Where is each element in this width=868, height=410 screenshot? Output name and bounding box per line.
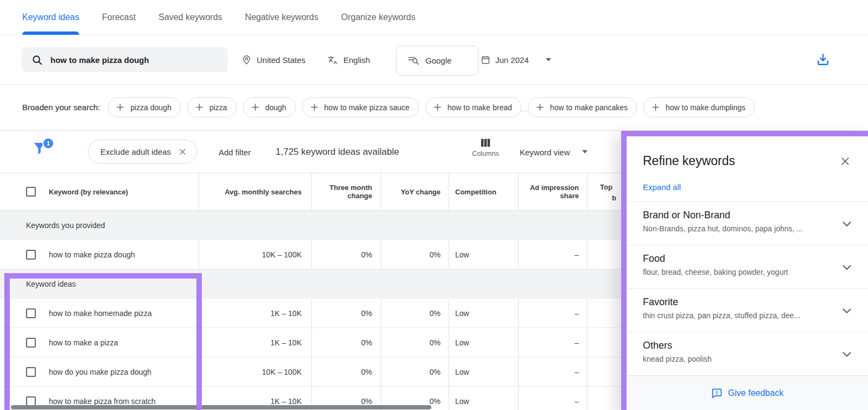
feedback-label: Give feedback [728, 388, 783, 398]
refine-category-food[interactable]: Food flour, bread, cheese, baking powder… [627, 245, 868, 289]
search-network-icon [408, 56, 419, 65]
three-month-change-cell: 0% [311, 240, 372, 269]
close-panel-icon[interactable] [840, 156, 851, 167]
row-checkbox[interactable] [26, 308, 36, 318]
tab-negative-keywords[interactable]: Negative keywords [245, 0, 318, 35]
translate-icon: A [327, 54, 339, 66]
row-checkbox[interactable] [26, 250, 36, 260]
search-settings-row: how to make pizza dough United States A [0, 35, 868, 85]
tab-label: Negative keywords [245, 12, 318, 22]
category-name: Brand or Non-Brand [643, 210, 830, 221]
broaden-chip-pizza-dough[interactable]: pizza dough [108, 97, 181, 117]
calendar-icon [481, 55, 490, 65]
refine-category-brand-or-non-brand[interactable]: Brand or Non-Brand Non-Brands, pizza hut… [627, 202, 868, 245]
competition-cell: Low [455, 240, 514, 269]
refine-category-others[interactable]: Others knead pizza, poolish [627, 332, 868, 376]
columns-button[interactable]: Columns [469, 137, 502, 157]
row-checkbox[interactable] [26, 367, 36, 377]
broaden-chip-dough[interactable]: dough [243, 97, 296, 117]
refine-category-list: Brand or Non-Brand Non-Brands, pizza hut… [627, 202, 868, 376]
row-checkbox[interactable] [26, 338, 36, 348]
yoy-change-cell: 0% [381, 299, 441, 327]
header-competition[interactable]: Competition [455, 173, 514, 210]
yoy-change-cell: 0% [381, 328, 441, 357]
plus-icon [251, 103, 260, 112]
chip-label: how to make bread [448, 103, 512, 112]
exclude-adult-ideas-chip[interactable]: Exclude adult ideas [88, 140, 197, 163]
filter-chip-label: Exclude adult ideas [100, 147, 171, 156]
chip-label: how to make dumplings [666, 103, 745, 112]
chip-label: pizza dough [130, 103, 171, 112]
plus-icon [116, 103, 125, 112]
columns-icon [480, 137, 492, 148]
competition-cell: Low [455, 387, 514, 410]
keyword-ideas-count: 1,725 keyword ideas available [276, 147, 399, 157]
ad-impression-share-cell: – [518, 387, 579, 410]
chevron-down-icon[interactable] [840, 347, 854, 361]
yoy-change-cell: 0% [381, 240, 441, 269]
date-range-selector[interactable]: Jun 2024 [481, 35, 551, 84]
columns-label: Columns [472, 150, 499, 157]
broaden-label: Broaden your search: [22, 103, 100, 112]
filter-count-badge: 1 [42, 137, 54, 149]
chevron-down-icon [546, 58, 551, 61]
broaden-chip-how-to-make-dumplings[interactable]: how to make dumplings [643, 97, 755, 117]
header-keyword[interactable]: Keyword (by relevance) [49, 173, 195, 210]
keyword-view-dropdown[interactable]: Keyword view [520, 147, 588, 156]
location-selector[interactable]: United States [241, 35, 305, 84]
refine-panel-title: Refine keywords [643, 154, 850, 168]
chevron-down-icon[interactable] [840, 260, 854, 274]
tab-forecast[interactable]: Forecast [102, 0, 136, 35]
give-feedback-button[interactable]: Give feedback [627, 376, 868, 410]
tab-keyword-ideas[interactable]: Keyword ideas [22, 0, 79, 35]
download-button[interactable] [815, 52, 831, 67]
search-icon [31, 54, 43, 66]
filter-button[interactable]: 1 [31, 139, 54, 164]
tab-organize-keywords[interactable]: Organize keywords [341, 0, 416, 35]
header-yoy-change[interactable]: YoY change [381, 173, 441, 210]
network-selector[interactable]: Google [396, 46, 478, 75]
avg-searches-cell: 10K – 100K [199, 357, 302, 386]
add-filter-button[interactable]: Add filter [219, 147, 251, 156]
ad-impression-share-cell: – [518, 328, 579, 357]
keyword-cell: how do you make pizza dough [49, 357, 195, 386]
location-pin-icon [241, 55, 252, 65]
category-name: Favorite [643, 297, 830, 308]
active-tab-underline [22, 31, 79, 35]
refine-panel-header: Refine keywords [627, 136, 868, 168]
search-query-text: how to make pizza dough [50, 55, 149, 65]
header-avg-monthly-searches[interactable]: Avg. monthly searches [199, 173, 302, 210]
competition-cell: Low [455, 299, 514, 327]
tab-saved-keywords[interactable]: Saved keywords [158, 0, 222, 35]
keyword-search-input[interactable]: how to make pizza dough [22, 47, 228, 72]
header-top-of-page-bid-clipped: b [612, 194, 616, 202]
broaden-chip-how-to-make-pizza-sauce[interactable]: how to make pizza sauce [302, 97, 419, 117]
language-selector[interactable]: A English [327, 35, 370, 84]
broaden-chip-how-to-make-pancakes[interactable]: how to make pancakes [528, 97, 637, 117]
horizontal-scrollbar[interactable] [11, 405, 431, 409]
broaden-chip-how-to-make-bread[interactable]: how to make bread [425, 97, 521, 117]
header-three-month-change[interactable]: Three month change [311, 173, 372, 210]
category-name: Food [643, 253, 830, 264]
language-label: English [343, 55, 370, 65]
broaden-chip-pizza[interactable]: pizza [187, 97, 237, 117]
chevron-down-icon [582, 150, 588, 154]
row-checkbox[interactable] [26, 396, 36, 406]
download-icon [815, 52, 831, 67]
remove-filter-icon[interactable] [178, 148, 187, 156]
select-all-checkbox[interactable] [26, 187, 36, 197]
expand-all-link[interactable]: Expand all [643, 182, 681, 192]
category-examples: knead pizza, poolish [643, 355, 830, 363]
tab-label: Forecast [102, 12, 136, 22]
chevron-down-icon[interactable] [840, 217, 854, 231]
header-ad-impression-share[interactable]: Ad impression share [518, 173, 579, 210]
refine-category-favorite[interactable]: Favorite thin crust pizza, pan pizza, st… [627, 289, 868, 332]
plus-icon [433, 103, 442, 112]
tab-bar: Keyword ideas Forecast Saved keywords Ne… [0, 0, 868, 35]
svg-text:A: A [333, 59, 337, 65]
ad-impression-share-cell: – [518, 240, 579, 269]
chevron-down-icon[interactable] [840, 304, 854, 318]
avg-searches-cell: 10K – 100K [199, 240, 302, 269]
competition-cell: Low [455, 328, 514, 357]
plus-icon [310, 103, 319, 112]
